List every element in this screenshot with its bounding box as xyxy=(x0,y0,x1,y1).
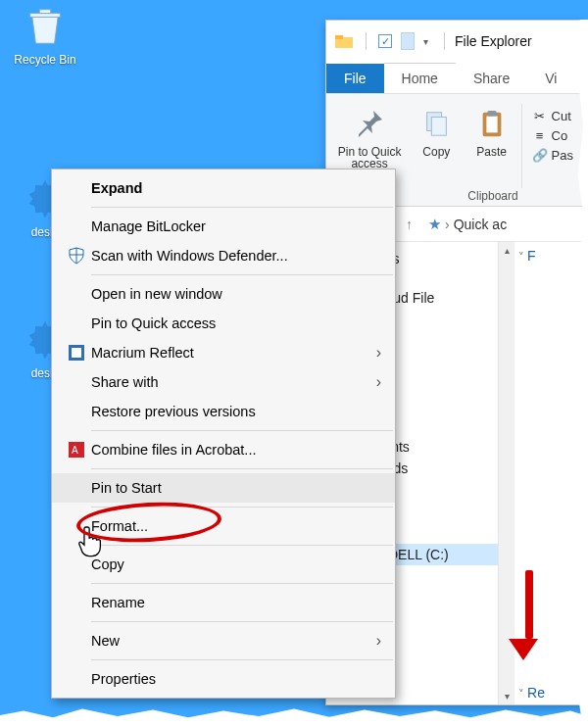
acrobat-icon: A xyxy=(62,442,91,458)
qat-dropdown-icon[interactable]: ▾ xyxy=(423,36,428,47)
ctx-separator xyxy=(91,507,393,508)
tab-share[interactable]: Share xyxy=(456,64,527,93)
checkbox-icon[interactable]: ✓ xyxy=(378,34,392,48)
svg-rect-3 xyxy=(335,35,343,39)
macrium-icon xyxy=(62,345,91,361)
ctx-restore-previous[interactable]: Restore previous versions xyxy=(52,397,395,426)
pin-icon xyxy=(352,106,387,141)
content-pane: ˅ F ˅ Re xyxy=(514,242,585,704)
torn-edge-bottom xyxy=(0,704,588,726)
section-link[interactable]: ˅ Re xyxy=(518,685,581,701)
ctx-open-new-window[interactable]: Open in new window xyxy=(52,279,395,309)
ctx-separator xyxy=(91,468,393,469)
scroll-down-icon[interactable]: ▾ xyxy=(499,688,514,704)
ctx-separator xyxy=(91,659,393,660)
scissors-icon: ✂ xyxy=(532,108,548,123)
breadcrumb[interactable]: Quick ac xyxy=(454,217,507,232)
svg-rect-6 xyxy=(432,117,447,135)
ribbon-copy-path[interactable]: ≡ Co xyxy=(530,125,570,145)
chevron-right-icon: › xyxy=(370,344,381,362)
tab-home[interactable]: Home xyxy=(384,63,456,93)
ctx-separator xyxy=(91,274,393,275)
title-bar: ✓ ▾ File Explorer xyxy=(326,21,585,62)
ctx-rename[interactable]: Rename xyxy=(52,588,395,617)
ctx-scan-defender[interactable]: Scan with Windows Defender... xyxy=(52,241,395,270)
window-title: File Explorer xyxy=(455,33,532,49)
nav-up-icon[interactable]: ↑ xyxy=(402,215,416,234)
ctx-pin-to-start[interactable]: Pin to Start xyxy=(52,473,395,503)
ribbon-label: Copy xyxy=(422,145,450,159)
svg-rect-9 xyxy=(487,111,496,117)
ctx-pin-quick-access[interactable]: Pin to Quick access xyxy=(52,309,395,338)
ctx-properties[interactable]: Properties xyxy=(52,664,395,694)
ctx-separator xyxy=(91,430,393,431)
chevron-right-icon: › xyxy=(370,373,381,391)
paste-icon xyxy=(474,106,510,141)
ctx-separator xyxy=(91,621,393,622)
page-icon[interactable] xyxy=(398,31,417,51)
quick-access-star-icon: ★ xyxy=(428,216,441,233)
ctx-separator xyxy=(91,545,393,546)
recycle-bin-icon xyxy=(23,4,68,49)
scroll-up-icon[interactable]: ▴ xyxy=(499,242,514,259)
chevron-right-icon: › xyxy=(370,632,381,650)
ribbon-label: Cut xyxy=(552,109,571,123)
tab-file[interactable]: File xyxy=(326,64,384,93)
ctx-expand[interactable]: Expand xyxy=(52,173,395,203)
ribbon-tabs: File Home Share Vi xyxy=(326,62,585,93)
ctx-separator xyxy=(91,583,393,584)
path-icon: ≡ xyxy=(532,127,548,143)
ribbon-paste-shortcut[interactable]: 🔗 Pas xyxy=(530,145,575,165)
tab-view[interactable]: Vi xyxy=(527,64,574,93)
ctx-share-with[interactable]: Share with › xyxy=(52,367,395,397)
ribbon-label: Co xyxy=(552,128,568,143)
shield-icon xyxy=(62,247,91,265)
svg-text:A: A xyxy=(72,445,78,456)
desktop-icon-recycle-bin[interactable]: Recycle Bin xyxy=(6,4,84,67)
section-link[interactable]: ˅ F xyxy=(518,248,581,264)
ctx-separator xyxy=(91,207,393,208)
ribbon-label: Pas xyxy=(552,148,573,163)
svg-rect-4 xyxy=(401,32,415,50)
ribbon-cut[interactable]: ✂ Cut xyxy=(530,106,573,125)
copy-icon xyxy=(418,106,454,141)
ctx-new[interactable]: New › xyxy=(52,626,395,655)
svg-rect-11 xyxy=(72,348,81,358)
ctx-macrium-reflect[interactable]: Macrium Reflect › xyxy=(52,338,395,367)
folder-icon xyxy=(334,31,354,51)
svg-rect-8 xyxy=(486,117,497,133)
tree-scrollbar[interactable]: ▴ ▾ xyxy=(498,242,514,704)
ctx-manage-bitlocker[interactable]: Manage BitLocker xyxy=(52,212,395,241)
cursor-hand-icon xyxy=(76,525,106,558)
ribbon-group-label: Clipboard xyxy=(415,189,571,203)
ribbon-label: Paste xyxy=(476,145,507,159)
ctx-combine-acrobat[interactable]: A Combine files in Acrobat... xyxy=(52,435,395,464)
paste-shortcut-icon: 🔗 xyxy=(532,147,548,163)
desktop-icon-label: Recycle Bin xyxy=(6,53,84,67)
context-menu: Expand Manage BitLocker Scan with Window… xyxy=(51,169,396,699)
